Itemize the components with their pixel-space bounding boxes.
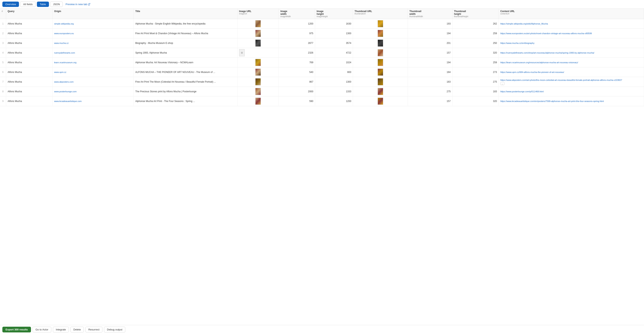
col-image-url: Image URLimageUrl [237, 9, 279, 19]
cell-origin[interactable]: simple.wikipedia.org [52, 19, 134, 29]
cell-title: Fine Art Print Moet & Chandon (Vintage A… [134, 29, 237, 38]
origin-link[interactable]: www.lecadeauartistique.com [54, 100, 82, 102]
cell-title: Alphonse Mucha Art Print - The Four Seas… [134, 96, 237, 106]
col-image-height: ImageheightimageHeight [315, 9, 353, 19]
cell-thumbnail-url [353, 77, 408, 87]
cell-origin[interactable]: www.upm.cz [52, 67, 134, 77]
col-title: Title [134, 9, 237, 19]
cell-thumbnail-width: 183 [408, 77, 452, 87]
cell-content-url[interactable]: https://www.europosters.eu/art-photo/moe… [498, 29, 644, 38]
cell-num: 8 [0, 87, 6, 96]
table-row: 2Alfons Muchawww.europosters.euFine Art … [0, 29, 644, 38]
tab-overview[interactable]: Overview [2, 2, 19, 7]
cell-content-url[interactable]: https://learn.ncartmuseum.org/resources/… [498, 58, 644, 67]
cell-thumbnail-url [353, 67, 408, 77]
origin-link[interactable]: simple.wikipedia.org [54, 23, 74, 25]
content-url-link[interactable]: https://rueroyalefinearts.com/shop/art-n… [500, 52, 594, 54]
cell-thumbnail-height: 262 [452, 19, 498, 29]
cell-thumbnail-url [353, 38, 408, 48]
cell-title: Biography - Mucha Museum E-shop [134, 38, 237, 48]
cell-thumbnail-height: 250 [452, 38, 498, 48]
cell-thumbnail-height: 259 [452, 58, 498, 67]
origin-link[interactable]: www.abposters.com [54, 81, 74, 83]
origin-link[interactable]: www.posterlounge.com [54, 90, 76, 93]
cell-title: Alphonse Mucha - Simple English Wikipedi… [134, 19, 237, 29]
cell-num: 2 [0, 29, 6, 38]
cell-thumbnail-height: 259 [452, 29, 498, 38]
cell-content-url[interactable]: https://simple.wikipedia.org/wiki/Alphon… [498, 19, 644, 29]
col-thumbnail-url: Thumbnail URLthumbnailUrl [353, 9, 408, 19]
cell-origin[interactable]: www.europosters.eu [52, 29, 134, 38]
content-url-link[interactable]: https://www.europosters.eu/art-photo/moe… [500, 32, 592, 35]
table-row: 9Alfons Muchawww.lecadeauartistique.comA… [0, 96, 644, 106]
cell-title: The Precious Stones print by Alfons Much… [134, 87, 237, 96]
cell-query: Alfons Mucha [6, 38, 52, 48]
cell-image-height: 1333 [315, 87, 353, 96]
content-url-link[interactable]: https://learn.ncartmuseum.org/resources/… [500, 61, 578, 64]
cell-thumbnail-width: 201 [408, 38, 452, 48]
cell-image-height: 1200 [315, 96, 353, 106]
cell-image-width: 975 [279, 29, 315, 38]
tab-table[interactable]: Table [37, 2, 49, 7]
cell-query: Alfons Mucha [6, 77, 52, 87]
cell-content-url[interactable]: https://rueroyalefinearts.com/shop/art-n… [498, 48, 644, 58]
tab-allfields[interactable]: All fields [20, 2, 36, 7]
content-url-link[interactable]: https://www.posterlounge.com/p/511468.ht… [500, 90, 544, 93]
cell-image-height: 1300 [315, 77, 353, 87]
cell-origin[interactable]: www.posterlounge.com [52, 87, 134, 96]
cell-content-url[interactable]: https://www.upm.cz/684-alfons-mucha-the-… [498, 67, 644, 77]
cell-content-url[interactable]: https://www.lecadeauartistique.com/en/po… [498, 96, 644, 106]
origin-link[interactable]: www.upm.cz [54, 71, 66, 73]
preview-new-tab-link[interactable]: Preview in new tab [66, 3, 90, 6]
cell-thumbnail-url [353, 58, 408, 67]
cell-title: Spring 1900, Alphonse Mucha [134, 48, 237, 58]
cell-thumbnail-url [353, 87, 408, 96]
col-content-url: Content URLcontentUrl [498, 9, 644, 19]
content-url-link[interactable]: https://www.lecadeauartistique.com/en/po… [500, 100, 604, 102]
cell-thumbnail-width: 194 [408, 58, 452, 67]
cell-image-height: 1300 [315, 29, 353, 38]
cell-image-width: 590 [279, 96, 315, 106]
tab-json[interactable]: JSON [50, 2, 63, 7]
cell-content-url[interactable]: https://www.posterlounge.com/p/511468.ht… [498, 87, 644, 96]
cell-thumbnail-width: 157 [408, 96, 452, 106]
cell-thumbnail-width: 193 [408, 19, 452, 29]
content-url-link[interactable]: https://www.abposters.com/art-photo/the-… [500, 79, 622, 81]
cell-image-url [237, 87, 279, 96]
cell-thumbnail-height: 320 [452, 48, 498, 58]
origin-link[interactable]: learn.ncartmuseum.org [54, 61, 76, 64]
cell-image-height: 1024 [315, 58, 353, 67]
cell-content-url[interactable]: https://www.abposters.com/art-photo/the-… [498, 77, 644, 87]
origin-link[interactable]: www.europosters.eu [54, 32, 74, 35]
origin-link[interactable]: www.mucha.cz [54, 42, 68, 44]
cell-num: 5 [0, 58, 6, 67]
cell-num: 1 [0, 19, 6, 29]
cell-origin[interactable]: learn.ncartmuseum.org [52, 58, 134, 67]
cell-origin[interactable]: www.lecadeauartistique.com [52, 96, 134, 106]
content-url-link[interactable]: https://www.upm.cz/684-alfons-mucha-the-… [500, 71, 564, 73]
cell-query: Alfons Mucha [6, 29, 52, 38]
ellipsis-button[interactable]: ... [500, 82, 504, 85]
cell-image-url: 🖼 [237, 48, 279, 58]
cell-query: Alfons Mucha [6, 58, 52, 67]
cell-origin[interactable]: rueroyalefinearts.com [52, 48, 134, 58]
content-url-link[interactable]: https://simple.wikipedia.org/wiki/Alphon… [500, 23, 548, 25]
col-query: Query [6, 9, 52, 19]
cell-query: Alfons Mucha [6, 19, 52, 29]
col-num: # [0, 9, 6, 19]
svg-line-0 [89, 3, 90, 5]
cell-query: Alfons Mucha [6, 67, 52, 77]
cell-thumbnail-width: 275 [408, 87, 452, 96]
cell-origin[interactable]: www.abposters.com [52, 77, 134, 87]
cell-thumbnail-width: 194 [408, 29, 452, 38]
cell-origin[interactable]: www.mucha.cz [52, 38, 134, 48]
table-row: 8Alfons Muchawww.posterlounge.comThe Pre… [0, 87, 644, 96]
cell-thumbnail-url [353, 19, 408, 29]
origin-link[interactable]: rueroyalefinearts.com [54, 52, 75, 54]
cell-num: 6 [0, 67, 6, 77]
cell-image-width: 867 [279, 77, 315, 87]
data-table: # Query Origin Title Image URLimageUrl I… [0, 9, 644, 106]
content-url-link[interactable]: https://www.mucha.cz/en/biography [500, 42, 534, 44]
cell-content-url[interactable]: https://www.mucha.cz/en/biography [498, 38, 644, 48]
cell-query: Alfons Mucha [6, 87, 52, 96]
